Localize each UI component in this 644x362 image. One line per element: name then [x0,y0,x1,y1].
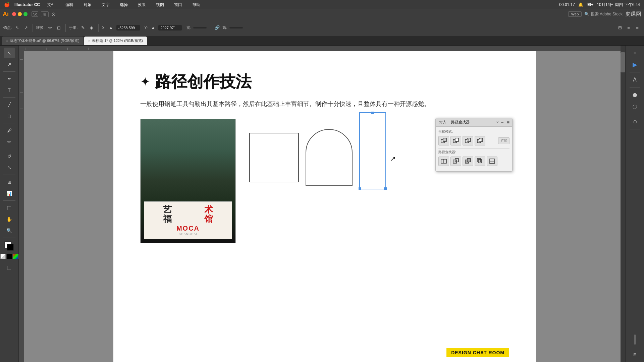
crop-btn[interactable] [475,157,485,166]
panel-controls: × – ≡ [495,120,509,125]
y-step-up[interactable]: ▲ [150,24,156,31]
panel-menu-btn[interactable]: ≡ [507,120,509,125]
align-icon[interactable]: ⊞ [616,24,623,31]
window-minimize[interactable] [18,12,22,16]
svg-rect-15 [467,159,471,162]
hand-icon[interactable]: ✎ [79,24,86,31]
shape-intersect-btn[interactable] [463,136,473,145]
app-name: Illustrator CC [14,2,40,7]
tool-sep6 [3,200,15,201]
y-label: Y: [145,26,148,30]
pen-tool[interactable]: ✒ [4,73,15,84]
convert-icon2[interactable]: ◻ [55,24,62,31]
right-tool-4[interactable]: ⬤ [630,89,640,100]
rotate-tool[interactable]: ↺ [4,151,15,162]
right-tool-6[interactable]: ⬡ [630,116,640,127]
merge-btn[interactable] [463,157,473,166]
line-tool[interactable]: ╱ [4,99,15,110]
more-icon[interactable]: ≡ [634,24,641,31]
symbol-tool[interactable]: ⊞ [4,177,15,187]
right-scroll-thumb[interactable] [634,335,636,345]
artboard-view[interactable]: ⬚ [4,262,15,273]
anchor-icon-2[interactable]: ↗ [22,24,29,31]
menu-file[interactable]: 文件 [45,1,58,8]
x-value[interactable]: -5258.599 [116,25,140,31]
brand-sub: SHANGHAI [147,232,229,236]
column-graph-tool[interactable]: 📊 [4,188,15,199]
ai-logo: Ai [3,11,9,18]
width-value[interactable] [193,27,207,28]
tab-1-close[interactable]: × [6,39,8,43]
menu-window[interactable]: 窗口 [171,1,185,8]
shape-exclude-btn[interactable] [475,136,485,145]
sep4 [210,24,210,32]
shape-minus-front-btn[interactable] [450,136,461,145]
expand-btn[interactable]: 扩展 [498,137,509,144]
divide-btn[interactable] [438,157,449,166]
blob-brush-tool[interactable]: ✏ [4,136,15,147]
rect-tool[interactable]: ◻ [4,111,15,121]
svg-rect-12 [453,160,457,163]
scale-tool[interactable]: ⤡ [4,162,15,173]
shape-unite-btn[interactable] [438,136,449,145]
right-tool-2[interactable]: ▶ [630,59,640,70]
right-tool-1[interactable]: ≡ [630,48,640,58]
tab-2-close[interactable]: × [88,39,90,43]
view-mode[interactable]: ⊞ [41,11,49,17]
type-tool[interactable]: T [4,85,15,96]
date-time: 10月14日 周四 下午6:44 [597,2,640,8]
color-icon[interactable] [7,254,12,259]
stroke-swatch[interactable] [7,244,14,251]
canvas-area[interactable]: |||| ———— ✦ 路径创作技法 一般使用钢笔工具勾勒出其基本路径，然后在此… [19,46,625,362]
height-value[interactable] [229,27,243,28]
panel-header: 对齐 路径查找器 × – ≡ [436,118,512,127]
menu-text[interactable]: 文字 [99,1,112,8]
artboard-tool[interactable]: ⬚ [4,202,15,213]
arrange-icon[interactable]: ⊙ [51,11,56,17]
right-tool-5[interactable]: ◯ [630,101,640,112]
options-icon[interactable]: ≡ [625,24,632,31]
outline-btn[interactable] [487,157,497,166]
cursor-indicator: ↗ [390,155,396,163]
menu-object[interactable]: 对象 [81,1,94,8]
apple-menu[interactable]: 🍎 [4,2,10,7]
panel-tab-align[interactable]: 对齐 [438,120,447,125]
gradient-icon[interactable] [13,254,18,259]
right-tool-scrollbar[interactable] [630,334,640,345]
paint-brush-tool[interactable]: 🖌 [4,125,15,136]
zoom-tool[interactable]: 🔍 [4,225,15,236]
right-tool-7[interactable]: ⊞ [630,349,640,360]
window-close[interactable] [12,12,16,16]
hand-tool[interactable]: ✋ [4,214,15,225]
shape-mode-icons: 扩展 [438,136,509,145]
none-swatch[interactable] [0,254,6,259]
search-icon[interactable]: 🔍 搜索 Adobe Stock [584,11,623,17]
y-value[interactable]: 2927.971 [158,25,182,31]
menu-edit[interactable]: 编辑 [63,1,76,8]
window-maximize[interactable] [23,12,28,16]
right-tool-3[interactable]: A [630,74,640,85]
x-step-up[interactable]: ▲ [108,24,114,31]
convert-icon[interactable]: ✏ [47,24,53,31]
menu-select[interactable]: 选择 [117,1,130,8]
panel-tab-pathfinder[interactable]: 路径查找器 [450,120,470,125]
workspace-dropdown[interactable]: Web [568,11,582,17]
trim-btn[interactable] [450,157,461,166]
vertical-scrollbar[interactable] [621,46,625,362]
panel-close-btn[interactable]: × [495,120,500,125]
hand-icon2[interactable]: ◈ [88,24,95,31]
menu-help[interactable]: 帮助 [190,1,203,8]
tab-1[interactable]: × 标志字体全能备.ai* @ 66.67% (RGB/预览) [2,37,84,45]
tab-2[interactable]: × 未标题-1* @ 122% (RGB/预览) [84,37,147,45]
menu-view[interactable]: 视图 [153,1,167,8]
select-tool[interactable]: ↖ [4,48,15,58]
lock-proportions-icon[interactable]: 🔗 [214,24,220,31]
tool-sep7 [3,238,15,238]
anchor-icon-1[interactable]: ↖ [14,24,20,31]
menu-effects[interactable]: 效果 [135,1,149,8]
page-title: 路径创作技法 [155,71,252,93]
direct-select-tool[interactable]: ↗ [4,59,15,70]
tool-sep2 [3,97,15,98]
panel-collapse-btn[interactable]: – [501,120,503,125]
scroll-thumb[interactable] [621,52,625,72]
